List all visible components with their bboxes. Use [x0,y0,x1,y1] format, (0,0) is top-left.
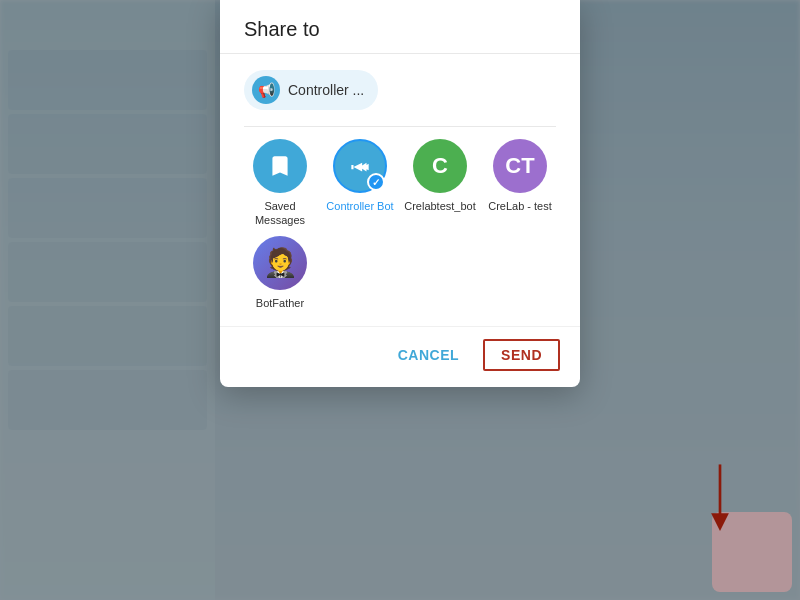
bookmark-icon [267,153,293,179]
contact-crelabtest-bot[interactable]: C Crelabtest_bot [404,139,476,228]
cancel-button[interactable]: CANCEL [382,339,475,371]
saved-messages-avatar [253,139,307,193]
separator [244,126,556,127]
saved-messages-label: SavedMessages [255,199,305,228]
botfather-avatar: 🤵 [253,236,307,290]
dialog-header: Share to [220,0,580,54]
crelab-test-avatar: CT [493,139,547,193]
dialog-body: 📢 Controller ... SavedMessages [220,54,580,326]
controller-bot-label: Controller Bot [326,199,393,213]
recipient-chip[interactable]: 📢 Controller ... [244,70,378,110]
contact-saved-messages[interactable]: SavedMessages [244,139,316,228]
arrow-icon [700,460,740,540]
crelab-test-initial: CT [505,153,534,179]
send-button[interactable]: SEND [483,339,560,371]
arrow-annotation [700,460,740,540]
share-dialog: Share to 📢 Controller ... SavedMessages [220,0,580,387]
chip-avatar: 📢 [252,76,280,104]
svg-marker-1 [711,513,729,531]
contact-crelab-test[interactable]: CT CreLab - test [484,139,556,228]
crelabtest-initial: C [432,153,448,179]
megaphone-icon: 📢 [258,82,275,98]
chip-label: Controller ... [288,82,364,98]
contact-controller-bot[interactable]: ✓ Controller Bot [324,139,396,228]
crelabtest-bot-label: Crelabtest_bot [404,199,476,213]
dialog-footer: CANCEL SEND [220,326,580,387]
crelab-test-label: CreLab - test [488,199,552,213]
contacts-grid: SavedMessages ✓ Controller Bot C Crelabt… [244,139,556,310]
dialog-title: Share to [244,18,556,41]
selected-badge: ✓ [367,173,385,191]
botfather-emoji: 🤵 [263,246,298,279]
controller-bot-avatar: ✓ [333,139,387,193]
contact-botfather[interactable]: 🤵 BotFather [244,236,316,310]
botfather-label: BotFather [256,296,304,310]
crelabtest-bot-avatar: C [413,139,467,193]
